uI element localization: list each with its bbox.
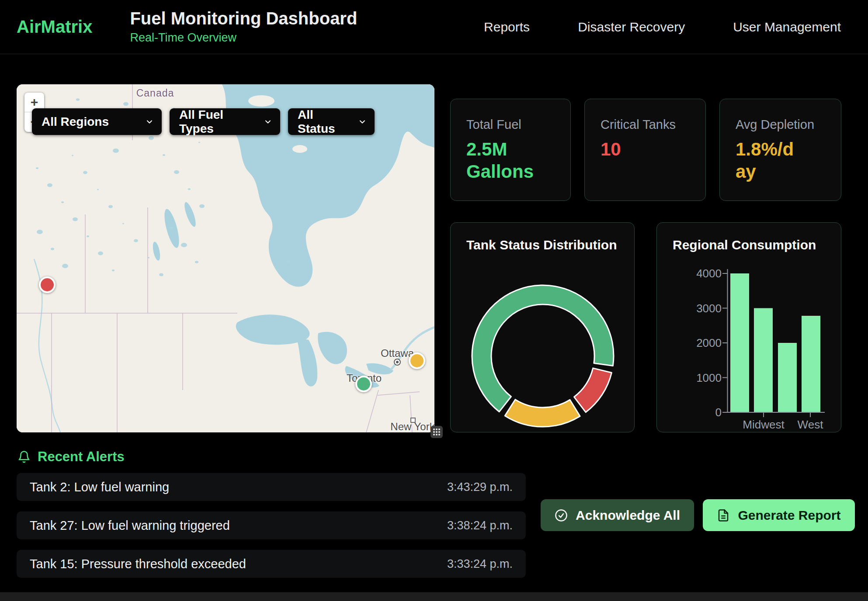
page-subtitle: Real-Time Overview [130,31,357,45]
svg-text:West: West [798,418,824,431]
stat-label: Total Fuel [466,117,556,132]
new-york-city-marker-icon [410,418,416,423]
fuel-type-filter-label: All Fuel Types [179,108,256,136]
tank-marker-normal[interactable] [355,376,372,392]
svg-text:2000: 2000 [696,336,722,349]
ottawa-city-marker-icon [394,359,401,366]
alert-time: 3:38:24 p.m. [447,519,513,532]
report-document-icon [717,509,730,522]
page-title: Fuel Monitoring Dashboard [130,9,357,28]
nav-disaster-recovery[interactable]: Disaster Recovery [578,20,685,35]
svg-text:Midwest: Midwest [743,418,785,431]
stat-value: 1.8%/day [736,138,796,183]
stat-card-total-fuel: Total Fuel 2.5M Gallons [450,99,571,201]
map-panel[interactable]: Canada Ottawa Toronto New York + − All R… [17,84,434,432]
stat-card-critical-tanks: Critical Tanks 10 [584,99,706,201]
stat-card-avg-depletion: Avg Depletion 1.8%/day [719,99,841,201]
tank-status-donut-chart [451,223,635,433]
nav-reports[interactable]: Reports [484,20,530,35]
alert-time: 3:33:24 p.m. [447,557,513,571]
generate-report-label: Generate Report [738,508,840,523]
regional-consumption-card: Regional Consumption 01000200030004000Mi… [656,222,841,432]
alert-text: Tank 15: Pressure threshold exceeded [30,557,246,571]
tank-marker-critical[interactable] [39,276,56,293]
svg-text:3000: 3000 [696,302,722,315]
app-header: AirMatrix Fuel Monitoring Dashboard Real… [0,0,868,54]
stat-label: Avg Depletion [736,117,826,132]
svg-text:1000: 1000 [696,371,722,384]
region-filter-dropdown[interactable]: All Regions [32,108,162,135]
check-circle-icon [555,509,568,522]
acknowledge-all-label: Acknowledge All [576,508,680,523]
acknowledge-all-button[interactable]: Acknowledge All [541,499,694,531]
alert-row[interactable]: Tank 2: Low fuel warning 3:43:29 p.m. [17,473,526,501]
alert-row[interactable]: Tank 27: Low fuel warning triggered 3:38… [17,511,526,539]
svg-text:4000: 4000 [696,267,722,280]
chevron-down-icon [264,117,272,126]
alert-text: Tank 27: Low fuel warning triggered [30,518,230,533]
status-filter-label: All Status [298,108,350,136]
chevron-down-icon [358,117,367,126]
tank-marker-warning[interactable] [409,352,425,369]
title-block: Fuel Monitoring Dashboard Real-Time Over… [130,9,357,45]
map-resize-handle[interactable] [431,426,443,440]
generate-report-button[interactable]: Generate Report [703,499,855,531]
main-nav: Reports Disaster Recovery User Managemen… [484,20,841,35]
region-filter-label: All Regions [42,115,137,129]
status-filter-dropdown[interactable]: All Status [288,108,375,135]
page-bottom-bar [0,592,868,601]
svg-text:0: 0 [715,406,722,419]
stat-value: 2.5M Gallons [466,138,556,183]
alert-text: Tank 2: Low fuel warning [30,480,169,494]
fuel-type-filter-dropdown[interactable]: All Fuel Types [170,108,280,135]
regional-consumption-bar-chart: 01000200030004000MidwestWest [657,223,842,433]
alert-row[interactable]: Tank 15: Pressure threshold exceeded 3:3… [17,550,526,578]
bell-icon [17,450,31,463]
alerts-header: Recent Alerts [17,449,125,465]
alert-time: 3:43:29 p.m. [447,480,513,494]
alerts-title: Recent Alerts [38,449,125,465]
map-label-canada: Canada [136,87,174,99]
brand-logo[interactable]: AirMatrix [17,17,92,37]
chevron-down-icon [145,117,154,126]
nav-user-management[interactable]: User Management [733,20,841,35]
stat-value: 10 [601,138,691,160]
stat-label: Critical Tanks [601,117,691,132]
tank-status-card: Tank Status Distribution [450,222,635,432]
